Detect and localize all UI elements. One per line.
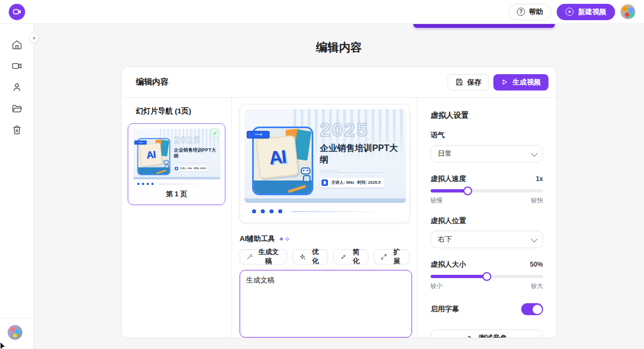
speed-label: 虚拟人速度 [431,174,466,184]
expand-button[interactable]: 扩展 [374,249,409,264]
save-icon [455,78,463,86]
slide-pagination-dots [133,179,220,185]
sparkles-icon: ✦✧ [278,235,290,243]
presenter-badge-icon [175,167,178,170]
tone-value: 日常 [438,149,452,159]
position-label: 虚拟人位置 [431,216,543,226]
check-icon: ✓ [210,128,220,138]
settings-title: 虚拟人设置 [431,111,543,121]
play-icon [467,335,474,339]
sparkle-icon [299,253,306,261]
simplify-button[interactable]: 简化 [333,249,369,264]
new-video-label: 新建视频 [578,7,606,17]
editor-card: 编辑内容 保存 生成视频 幻灯片导航 (1页) ✓ [121,67,557,338]
plus-icon: + [565,8,574,16]
tone-label: 语气 [431,130,543,140]
slide-footer-strip [133,177,220,179]
question-icon: ? [517,8,525,16]
sidebar-item-files[interactable] [8,103,26,115]
tone-select[interactable]: 日常 [431,145,543,163]
size-label: 虚拟人大小 [431,260,466,269]
chevron-down-icon [531,149,538,157]
sidebar-item-profile[interactable] [8,81,26,93]
magic-wand-icon [246,253,253,261]
slides-nav-panel: 幻灯片导航 (1页) ✓ ⟶ [122,98,232,338]
expand-arrows-icon [380,253,387,261]
slide-page-label: 第 1 页 [128,190,225,199]
slide-year: 2025 [320,119,369,141]
video-camera-icon [11,61,22,71]
sidebar-item-trash[interactable] [8,124,26,136]
user-avatar[interactable] [621,4,635,19]
save-label: 保存 [467,77,481,87]
help-button[interactable]: ? 帮助 [509,4,551,20]
sidebar-item-videos[interactable] [8,60,26,72]
slide-thumbnail: ⟶ AI [133,129,220,185]
generate-video-button[interactable]: 生成视频 [493,74,548,91]
slide-heading: 企业销售培训PPT大纲 [174,147,220,159]
sidebar-collapse-button[interactable]: › [29,33,39,43]
app-logo[interactable] [9,4,25,20]
slide-divider [174,163,208,164]
collapse-arrows-icon [340,253,347,261]
generate-video-label: 生成视频 [512,77,541,87]
sidebar-user-avatar[interactable] [8,325,22,340]
presenter-label: 主讲人: Miki [331,180,354,185]
mouse-cursor [0,341,8,349]
size-slider-thumb[interactable] [482,272,491,281]
robot-illustration [301,167,313,186]
robot-illustration [163,160,170,170]
folder-icon [11,103,22,114]
arrow-right-icon: ⟶ [247,131,270,139]
position-select[interactable]: 右下 [431,231,543,248]
presenter-badge: 主讲人: Miki 时间: 2025.5 [320,178,385,188]
presenter-badge-icon [321,179,328,186]
presenter-badge: 主讲人: Miki 时间: 2025.5 [174,166,208,171]
slides-nav-title: 幻灯片导航 (1页) [136,106,225,116]
video-camera-icon [13,7,22,16]
slide-year: 2025 [174,134,200,146]
slide-preview[interactable]: ⟶ AI 2025 企业 [240,104,410,223]
time-label: 时间: 2025.5 [194,167,206,170]
size-slider[interactable] [431,275,543,278]
arrow-right-icon: ⟶ [134,141,147,145]
trash-icon [11,124,22,135]
sidebar-item-home[interactable] [8,39,26,51]
time-label: 时间: 2025.5 [357,180,381,185]
size-value: 50% [530,261,543,268]
test-voice-label: 测试音色 [479,333,507,338]
new-video-button[interactable]: + 新建视频 [557,4,615,20]
editor-card-title: 编辑内容 [136,77,169,87]
speed-slider[interactable] [431,189,543,192]
user-icon [11,82,22,93]
home-icon [11,39,22,50]
speed-max-label: 较快 [531,196,543,204]
slide-thumbnail-card[interactable]: ✓ ⟶ AI [128,123,225,205]
top-header: ? 帮助 + 新建视频 [0,0,644,24]
virtual-human-settings-panel: 虚拟人设置 语气 日常 虚拟人速度 1x 较慢 较快 虚拟人位置 右下 [418,98,556,338]
subtitles-toggle[interactable] [521,303,543,315]
script-textarea[interactable]: 生成文稿 [240,270,412,338]
position-value: 右下 [438,234,452,244]
editor-card-header: 编辑内容 保存 生成视频 [122,67,556,98]
slide-footer-strip [245,198,406,203]
help-label: 帮助 [529,7,543,17]
speed-slider-thumb[interactable] [463,186,472,195]
save-button[interactable]: 保存 [448,74,489,91]
size-min-label: 较小 [431,282,443,290]
optimize-button[interactable]: 优化 [293,249,328,264]
presenter-label: 主讲人: Miki [180,167,192,170]
generate-script-button[interactable]: 生成文稿 [240,249,287,264]
subtitles-label: 启用字幕 [431,304,459,314]
sidebar-divider [0,318,34,318]
chevron-down-icon [531,235,538,242]
chevron-right-icon: › [33,35,35,41]
slide-editor-panel: ⟶ AI 2025 企业 [232,98,418,338]
play-icon [501,79,508,86]
slide-heading: 企业销售培训PPT大纲 [320,143,406,166]
ai-tools-heading: AI辅助工具 ✦✧ [240,234,409,244]
slide-divider [320,172,384,173]
test-voice-button[interactable]: 测试音色 [431,329,543,338]
slide-pagination-dots [245,203,406,213]
speed-value: 1x [536,175,543,183]
